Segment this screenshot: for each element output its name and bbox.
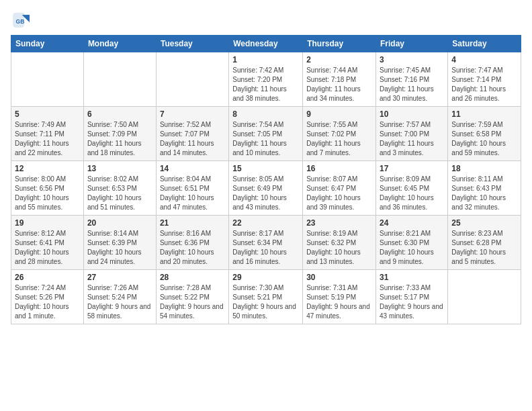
calendar-week-2: 5Sunrise: 7:49 AM Sunset: 7:11 PM Daylig… <box>11 107 521 161</box>
calendar-week-1: 1Sunrise: 7:42 AM Sunset: 7:20 PM Daylig… <box>11 52 521 107</box>
day-number: 14 <box>160 164 225 173</box>
day-number: 22 <box>232 218 299 228</box>
day-number: 1 <box>232 55 299 64</box>
day-info: Sunrise: 8:00 AM Sunset: 6:56 PM Dayligh… <box>15 175 80 212</box>
day-number: 20 <box>87 218 152 228</box>
day-number: 23 <box>306 218 372 228</box>
column-header-friday: Friday <box>376 36 448 52</box>
calendar-cell: 9Sunrise: 7:55 AM Sunset: 7:02 PM Daylig… <box>303 107 376 161</box>
day-number: 31 <box>380 273 444 282</box>
column-header-wednesday: Wednesday <box>229 36 303 52</box>
calendar-cell: 23Sunrise: 8:19 AM Sunset: 6:32 PM Dayli… <box>303 216 376 270</box>
day-info: Sunrise: 7:57 AM Sunset: 7:00 PM Dayligh… <box>380 120 444 158</box>
calendar-cell: 28Sunrise: 7:28 AM Sunset: 5:22 PM Dayli… <box>156 270 228 324</box>
day-number: 7 <box>160 109 225 119</box>
day-number: 5 <box>15 109 80 119</box>
day-number: 29 <box>232 273 299 282</box>
day-info: Sunrise: 8:05 AM Sunset: 6:49 PM Dayligh… <box>232 175 299 212</box>
column-header-monday: Monday <box>83 36 156 52</box>
calendar-cell: 22Sunrise: 8:17 AM Sunset: 6:34 PM Dayli… <box>229 216 303 270</box>
calendar-cell: 10Sunrise: 7:57 AM Sunset: 7:00 PM Dayli… <box>376 107 448 161</box>
calendar-cell: 3Sunrise: 7:45 AM Sunset: 7:16 PM Daylig… <box>376 52 448 107</box>
calendar-cell <box>11 52 84 107</box>
calendar-table: SundayMondayTuesdayWednesdayThursdayFrid… <box>11 35 521 324</box>
calendar-cell: 30Sunrise: 7:31 AM Sunset: 5:19 PM Dayli… <box>303 270 376 324</box>
calendar-cell: 26Sunrise: 7:24 AM Sunset: 5:26 PM Dayli… <box>11 270 84 324</box>
day-number: 13 <box>87 164 152 173</box>
day-info: Sunrise: 7:54 AM Sunset: 7:05 PM Dayligh… <box>232 120 299 158</box>
day-number: 30 <box>306 273 372 282</box>
day-info: Sunrise: 7:55 AM Sunset: 7:02 PM Dayligh… <box>306 120 372 158</box>
day-info: Sunrise: 8:04 AM Sunset: 6:51 PM Dayligh… <box>160 175 225 212</box>
day-info: Sunrise: 7:47 AM Sunset: 7:14 PM Dayligh… <box>451 66 517 103</box>
day-info: Sunrise: 8:14 AM Sunset: 6:39 PM Dayligh… <box>87 229 152 267</box>
svg-text:GB: GB <box>16 18 25 25</box>
day-info: Sunrise: 7:28 AM Sunset: 5:22 PM Dayligh… <box>160 283 225 321</box>
calendar-cell: 15Sunrise: 8:05 AM Sunset: 6:49 PM Dayli… <box>229 161 303 216</box>
day-info: Sunrise: 7:24 AM Sunset: 5:26 PM Dayligh… <box>15 283 80 321</box>
day-info: Sunrise: 8:21 AM Sunset: 6:30 PM Dayligh… <box>380 229 444 267</box>
day-number: 10 <box>380 109 444 119</box>
calendar-cell: 7Sunrise: 7:52 AM Sunset: 7:07 PM Daylig… <box>156 107 228 161</box>
calendar-week-3: 12Sunrise: 8:00 AM Sunset: 6:56 PM Dayli… <box>11 161 521 216</box>
day-number: 24 <box>380 218 444 228</box>
day-number: 4 <box>451 55 517 64</box>
calendar-cell: 2Sunrise: 7:44 AM Sunset: 7:18 PM Daylig… <box>303 52 376 107</box>
day-info: Sunrise: 8:02 AM Sunset: 6:53 PM Dayligh… <box>87 175 152 212</box>
day-number: 15 <box>232 164 299 173</box>
day-number: 12 <box>15 164 80 173</box>
calendar-cell: 13Sunrise: 8:02 AM Sunset: 6:53 PM Dayli… <box>83 161 156 216</box>
day-number: 2 <box>306 55 372 64</box>
column-header-thursday: Thursday <box>303 36 376 52</box>
day-info: Sunrise: 7:31 AM Sunset: 5:19 PM Dayligh… <box>306 283 372 321</box>
calendar-cell: 29Sunrise: 7:30 AM Sunset: 5:21 PM Dayli… <box>229 270 303 324</box>
day-number: 26 <box>15 273 80 282</box>
day-number: 21 <box>160 218 225 228</box>
calendar-cell: 12Sunrise: 8:00 AM Sunset: 6:56 PM Dayli… <box>11 161 84 216</box>
day-number: 19 <box>15 218 80 228</box>
day-info: Sunrise: 8:12 AM Sunset: 6:41 PM Dayligh… <box>15 229 80 267</box>
calendar-cell: 27Sunrise: 7:26 AM Sunset: 5:24 PM Dayli… <box>83 270 156 324</box>
day-info: Sunrise: 7:44 AM Sunset: 7:18 PM Dayligh… <box>306 66 372 103</box>
calendar-cell <box>156 52 228 107</box>
day-number: 27 <box>87 273 152 282</box>
calendar-cell: 4Sunrise: 7:47 AM Sunset: 7:14 PM Daylig… <box>448 52 521 107</box>
day-info: Sunrise: 8:23 AM Sunset: 6:28 PM Dayligh… <box>451 229 517 267</box>
day-info: Sunrise: 8:16 AM Sunset: 6:36 PM Dayligh… <box>160 229 225 267</box>
day-info: Sunrise: 8:07 AM Sunset: 6:47 PM Dayligh… <box>306 175 372 212</box>
day-number: 11 <box>451 109 517 119</box>
calendar-cell <box>83 52 156 107</box>
calendar-header-row: SundayMondayTuesdayWednesdayThursdayFrid… <box>11 36 521 52</box>
day-info: Sunrise: 8:17 AM Sunset: 6:34 PM Dayligh… <box>232 229 299 267</box>
day-info: Sunrise: 8:09 AM Sunset: 6:45 PM Dayligh… <box>380 175 444 212</box>
day-info: Sunrise: 7:50 AM Sunset: 7:09 PM Dayligh… <box>87 120 152 158</box>
day-info: Sunrise: 8:11 AM Sunset: 6:43 PM Dayligh… <box>451 175 517 212</box>
day-info: Sunrise: 7:52 AM Sunset: 7:07 PM Dayligh… <box>160 120 225 158</box>
day-info: Sunrise: 7:45 AM Sunset: 7:16 PM Dayligh… <box>380 66 444 103</box>
calendar-cell: 6Sunrise: 7:50 AM Sunset: 7:09 PM Daylig… <box>83 107 156 161</box>
day-info: Sunrise: 7:42 AM Sunset: 7:20 PM Dayligh… <box>232 66 299 103</box>
calendar-week-4: 19Sunrise: 8:12 AM Sunset: 6:41 PM Dayli… <box>11 216 521 270</box>
column-header-sunday: Sunday <box>11 36 84 52</box>
day-number: 16 <box>306 164 372 173</box>
day-number: 18 <box>451 164 517 173</box>
day-number: 8 <box>232 109 299 119</box>
page-header: GB <box>11 11 521 30</box>
calendar-cell: 11Sunrise: 7:59 AM Sunset: 6:58 PM Dayli… <box>448 107 521 161</box>
day-info: Sunrise: 7:49 AM Sunset: 7:11 PM Dayligh… <box>15 120 80 158</box>
day-info: Sunrise: 7:30 AM Sunset: 5:21 PM Dayligh… <box>232 283 299 321</box>
calendar-cell: 8Sunrise: 7:54 AM Sunset: 7:05 PM Daylig… <box>229 107 303 161</box>
logo-icon: GB <box>11 11 30 30</box>
day-number: 28 <box>160 273 225 282</box>
day-info: Sunrise: 8:19 AM Sunset: 6:32 PM Dayligh… <box>306 229 372 267</box>
day-number: 17 <box>380 164 444 173</box>
calendar-cell: 14Sunrise: 8:04 AM Sunset: 6:51 PM Dayli… <box>156 161 228 216</box>
calendar-cell: 16Sunrise: 8:07 AM Sunset: 6:47 PM Dayli… <box>303 161 376 216</box>
day-info: Sunrise: 7:26 AM Sunset: 5:24 PM Dayligh… <box>87 283 152 321</box>
calendar-week-5: 26Sunrise: 7:24 AM Sunset: 5:26 PM Dayli… <box>11 270 521 324</box>
column-header-tuesday: Tuesday <box>156 36 228 52</box>
calendar-cell: 18Sunrise: 8:11 AM Sunset: 6:43 PM Dayli… <box>448 161 521 216</box>
calendar-cell: 17Sunrise: 8:09 AM Sunset: 6:45 PM Dayli… <box>376 161 448 216</box>
calendar-cell: 5Sunrise: 7:49 AM Sunset: 7:11 PM Daylig… <box>11 107 84 161</box>
calendar-cell: 31Sunrise: 7:33 AM Sunset: 5:17 PM Dayli… <box>376 270 448 324</box>
